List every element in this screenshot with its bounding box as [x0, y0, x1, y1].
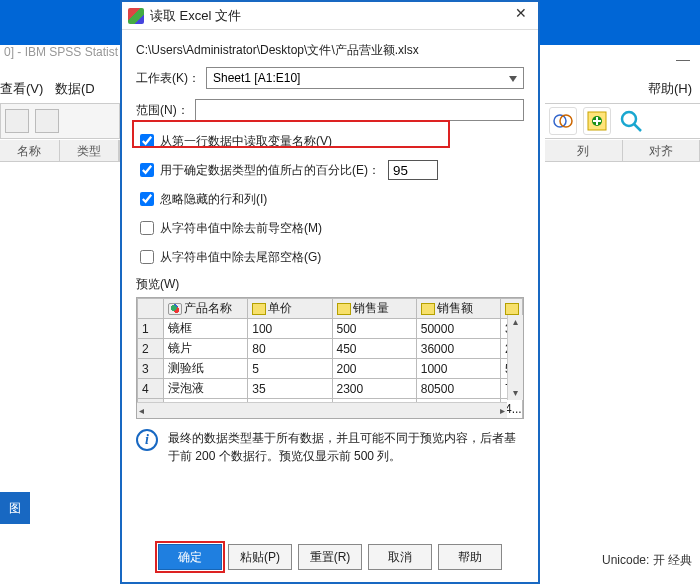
scroll-left-icon[interactable]: ◂ — [139, 405, 144, 416]
range-input[interactable] — [195, 99, 524, 121]
preview-header-qty[interactable]: 销售量 — [332, 299, 416, 319]
preview-header-blank — [138, 299, 164, 319]
table-cell[interactable]: 1000 — [416, 359, 500, 379]
minimize-icon[interactable]: — — [676, 51, 690, 67]
table-cell[interactable]: 镜框 — [164, 319, 248, 339]
spss-statusbar: Unicode: 开 经典 — [602, 552, 692, 569]
menu-help[interactable]: 帮助(H) — [648, 81, 692, 96]
read-excel-dialog: 读取 Excel 文件 ✕ C:\Users\Administrator\Des… — [120, 0, 540, 584]
range-label: 范围(N)： — [136, 102, 189, 119]
preview-vscrollbar[interactable]: ▴ ▾ — [507, 315, 523, 400]
spss-menubar-right: 帮助(H) — [648, 80, 692, 104]
numeric-type-icon — [252, 303, 266, 315]
info-note: i 最终的数据类型基于所有数据，并且可能不同于预览内容，后者基于前 200 个数… — [136, 429, 524, 465]
ok-button[interactable]: 确定 — [158, 544, 222, 570]
spss-tab-variableview[interactable]: 图 — [0, 492, 30, 524]
table-cell[interactable]: 5 — [248, 359, 332, 379]
spss-menubar-left: 查看(V) 数据(D — [0, 80, 120, 104]
table-cell[interactable]: 50000 — [416, 319, 500, 339]
toolbar-circles-icon[interactable] — [549, 107, 577, 135]
preview-pane: 产品名称 单价 销售量 销售额 1镜框100500500003...2镜片804… — [136, 297, 524, 419]
table-cell[interactable]: 镜片 — [164, 339, 248, 359]
svg-rect-5 — [593, 120, 601, 122]
file-path: C:\Users\Administrator\Desktop\文件\产品营业额.… — [136, 42, 524, 59]
preview-header-row: 产品名称 单价 销售量 销售额 — [138, 299, 523, 319]
toolbar-search-icon[interactable] — [617, 107, 645, 135]
table-cell[interactable]: 测验纸 — [164, 359, 248, 379]
table-cell[interactable]: 450 — [332, 339, 416, 359]
pct-datatype-input[interactable] — [388, 160, 438, 180]
preview-header-price[interactable]: 单价 — [248, 299, 332, 319]
preview-table: 产品名称 单价 销售量 销售额 1镜框100500500003...2镜片804… — [137, 298, 523, 418]
col-col: 列 — [545, 140, 623, 161]
chk-first-row-varnames-label: 从第一行数据中读取变量名称(V) — [160, 133, 332, 150]
toolbar-icon-1[interactable] — [5, 109, 29, 133]
table-cell[interactable]: 200 — [332, 359, 416, 379]
info-text: 最终的数据类型基于所有数据，并且可能不同于预览内容，后者基于前 200 个数据行… — [168, 429, 524, 465]
toolbar-add-icon[interactable] — [583, 107, 611, 135]
chk-trim-trailing[interactable] — [140, 250, 154, 264]
table-cell[interactable]: 2 — [138, 339, 164, 359]
chk-trim-leading-label: 从字符串值中除去前导空格(M) — [160, 220, 322, 237]
table-cell[interactable]: 36000 — [416, 339, 500, 359]
table-cell[interactable]: 500 — [332, 319, 416, 339]
dialog-body: C:\Users\Administrator\Desktop\文件\产品营业额.… — [122, 30, 538, 534]
preview-hscrollbar[interactable]: ◂ ▸ — [137, 402, 507, 418]
dialog-app-icon — [128, 8, 144, 24]
table-cell[interactable]: 80500 — [416, 379, 500, 399]
chk-ignore-hidden[interactable] — [140, 192, 154, 206]
preview-header-sales[interactable]: 销售额 — [416, 299, 500, 319]
preview-header-product[interactable]: 产品名称 — [164, 299, 248, 319]
chk-trim-leading[interactable] — [140, 221, 154, 235]
table-row[interactable]: 3测验纸520010005... — [138, 359, 523, 379]
chk-pct-datatype[interactable] — [140, 163, 154, 177]
numeric-type-icon — [505, 303, 519, 315]
scroll-right-icon[interactable]: ▸ — [500, 405, 505, 416]
toolbar-icon-2[interactable] — [35, 109, 59, 133]
preview-label: 预览(W) — [136, 276, 524, 293]
table-cell[interactable]: 2300 — [332, 379, 416, 399]
parent-window-controls: — — [650, 44, 700, 74]
scroll-up-icon[interactable]: ▴ — [513, 315, 518, 329]
worksheet-label: 工作表(K)： — [136, 70, 200, 87]
scroll-down-icon[interactable]: ▾ — [513, 386, 518, 400]
dialog-title: 读取 Excel 文件 — [150, 7, 241, 25]
close-icon[interactable]: ✕ — [510, 5, 532, 25]
spss-title-hint: 0] - IBM SPSS Statist — [0, 45, 120, 67]
menu-data[interactable]: 数据(D — [55, 81, 95, 96]
table-cell[interactable]: 100 — [248, 319, 332, 339]
numeric-type-icon — [337, 303, 351, 315]
dialog-titlebar[interactable]: 读取 Excel 文件 ✕ — [122, 2, 538, 30]
table-cell[interactable]: 浸泡液 — [164, 379, 248, 399]
table-cell[interactable]: 3 — [138, 359, 164, 379]
col-align: 对齐 — [623, 140, 701, 161]
table-row[interactable]: 2镜片80450360002... — [138, 339, 523, 359]
table-cell[interactable]: 4 — [138, 379, 164, 399]
spss-toolbar-right — [545, 103, 700, 139]
info-icon: i — [136, 429, 158, 451]
table-row[interactable]: 4浸泡液352300805007... — [138, 379, 523, 399]
string-type-icon — [168, 303, 182, 315]
svg-line-7 — [634, 124, 641, 131]
menu-view[interactable]: 查看(V) — [0, 81, 43, 96]
chk-first-row-varnames[interactable] — [140, 134, 154, 148]
worksheet-select[interactable]: Sheet1 [A1:E10] — [206, 67, 524, 89]
numeric-type-icon — [421, 303, 435, 315]
table-cell[interactable]: 35 — [248, 379, 332, 399]
chk-ignore-hidden-label: 忽略隐藏的行和列(I) — [160, 191, 267, 208]
spss-columns-right: 列 对齐 — [545, 140, 700, 162]
spss-columns-left: 名称 类型 — [0, 140, 120, 162]
table-cell[interactable]: 1 — [138, 319, 164, 339]
reset-button[interactable]: 重置(R) — [298, 544, 362, 570]
help-button[interactable]: 帮助 — [438, 544, 502, 570]
chk-trim-trailing-label: 从字符串值中除去尾部空格(G) — [160, 249, 321, 266]
svg-point-6 — [622, 112, 636, 126]
col-type: 类型 — [60, 140, 120, 161]
col-name: 名称 — [0, 140, 60, 161]
table-row[interactable]: 1镜框100500500003... — [138, 319, 523, 339]
dialog-button-row: 确定 粘贴(P) 重置(R) 取消 帮助 — [122, 534, 538, 582]
table-cell[interactable]: 80 — [248, 339, 332, 359]
paste-button[interactable]: 粘贴(P) — [228, 544, 292, 570]
cancel-button[interactable]: 取消 — [368, 544, 432, 570]
worksheet-selected-value: Sheet1 [A1:E10] — [213, 71, 300, 85]
